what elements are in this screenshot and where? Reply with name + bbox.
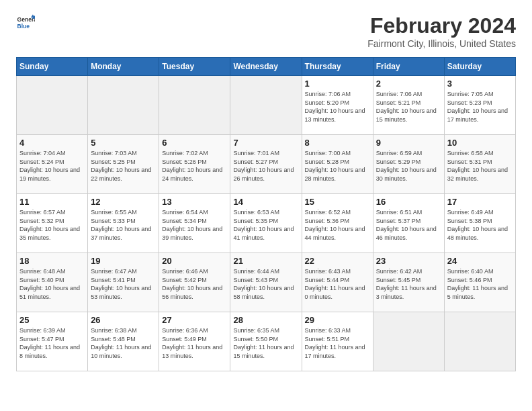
title-area: February 2024 Fairmont City, Illinois, U…: [367, 13, 516, 49]
calendar-cell: 9Sunrise: 6:59 AMSunset: 5:29 PMDaylight…: [373, 135, 444, 194]
day-info: Sunrise: 7:06 AMSunset: 5:20 PMDaylight:…: [305, 90, 370, 124]
day-number: 21: [233, 256, 298, 266]
calendar-cell: 21Sunrise: 6:44 AMSunset: 5:43 PMDayligh…: [230, 253, 302, 312]
day-number: 3: [447, 79, 513, 89]
calendar-cell: 14Sunrise: 6:53 AMSunset: 5:35 PMDayligh…: [230, 194, 302, 253]
day-number: 4: [19, 138, 85, 148]
day-info: Sunrise: 7:06 AMSunset: 5:21 PMDaylight:…: [376, 90, 441, 124]
calendar-cell: 29Sunrise: 6:33 AMSunset: 5:51 PMDayligh…: [302, 312, 373, 371]
day-info: Sunrise: 7:05 AMSunset: 5:23 PMDaylight:…: [447, 90, 513, 124]
calendar-header-row: Sunday Monday Tuesday Wednesday Thursday…: [17, 58, 516, 76]
day-info: Sunrise: 6:35 AMSunset: 5:50 PMDaylight:…: [233, 326, 298, 360]
col-friday: Friday: [373, 58, 444, 76]
calendar-cell: 16Sunrise: 6:51 AMSunset: 5:37 PMDayligh…: [373, 194, 444, 253]
day-info: Sunrise: 6:57 AMSunset: 5:32 PMDaylight:…: [19, 208, 85, 242]
day-info: Sunrise: 6:53 AMSunset: 5:35 PMDaylight:…: [233, 208, 298, 242]
day-number: 7: [233, 138, 298, 148]
day-number: 12: [91, 197, 156, 207]
day-number: 29: [305, 315, 370, 325]
day-info: Sunrise: 6:42 AMSunset: 5:45 PMDaylight:…: [376, 267, 441, 301]
calendar-cell: 2Sunrise: 7:06 AMSunset: 5:21 PMDaylight…: [373, 76, 444, 135]
calendar-cell: [159, 76, 230, 135]
day-number: 14: [233, 197, 298, 207]
calendar-cell: 5Sunrise: 7:03 AMSunset: 5:25 PMDaylight…: [88, 135, 159, 194]
calendar-cell: 6Sunrise: 7:02 AMSunset: 5:26 PMDaylight…: [159, 135, 230, 194]
day-info: Sunrise: 6:58 AMSunset: 5:31 PMDaylight:…: [447, 149, 513, 183]
day-info: Sunrise: 7:02 AMSunset: 5:26 PMDaylight:…: [162, 149, 227, 183]
calendar-cell: 13Sunrise: 6:54 AMSunset: 5:34 PMDayligh…: [159, 194, 230, 253]
day-info: Sunrise: 6:55 AMSunset: 5:33 PMDaylight:…: [91, 208, 156, 242]
day-info: Sunrise: 6:44 AMSunset: 5:43 PMDaylight:…: [233, 267, 298, 301]
calendar-cell: 1Sunrise: 7:06 AMSunset: 5:20 PMDaylight…: [302, 76, 373, 135]
calendar-week-row: 25Sunrise: 6:39 AMSunset: 5:47 PMDayligh…: [17, 312, 516, 371]
calendar-cell: 10Sunrise: 6:58 AMSunset: 5:31 PMDayligh…: [444, 135, 515, 194]
page-header: General Blue February 2024 Fairmont City…: [16, 13, 516, 49]
day-number: 6: [162, 138, 227, 148]
logo-icon: General Blue: [16, 13, 35, 32]
calendar-cell: 7Sunrise: 7:01 AMSunset: 5:27 PMDaylight…: [230, 135, 302, 194]
day-number: 1: [305, 79, 370, 89]
col-sunday: Sunday: [17, 58, 88, 76]
day-number: 8: [305, 138, 370, 148]
calendar-table: Sunday Monday Tuesday Wednesday Thursday…: [16, 57, 516, 371]
day-number: 19: [91, 256, 156, 266]
calendar-cell: 12Sunrise: 6:55 AMSunset: 5:33 PMDayligh…: [88, 194, 159, 253]
day-info: Sunrise: 6:39 AMSunset: 5:47 PMDaylight:…: [19, 326, 85, 360]
col-thursday: Thursday: [302, 58, 373, 76]
day-info: Sunrise: 6:51 AMSunset: 5:37 PMDaylight:…: [376, 208, 441, 242]
calendar-cell: 25Sunrise: 6:39 AMSunset: 5:47 PMDayligh…: [17, 312, 88, 371]
day-info: Sunrise: 6:36 AMSunset: 5:49 PMDaylight:…: [162, 326, 227, 360]
svg-text:Blue: Blue: [17, 23, 30, 30]
day-info: Sunrise: 6:38 AMSunset: 5:48 PMDaylight:…: [91, 326, 156, 360]
calendar-cell: 17Sunrise: 6:49 AMSunset: 5:38 PMDayligh…: [444, 194, 515, 253]
calendar-cell: 4Sunrise: 7:04 AMSunset: 5:24 PMDaylight…: [17, 135, 88, 194]
calendar-cell: 18Sunrise: 6:48 AMSunset: 5:40 PMDayligh…: [17, 253, 88, 312]
calendar-week-row: 11Sunrise: 6:57 AMSunset: 5:32 PMDayligh…: [17, 194, 516, 253]
day-number: 17: [447, 197, 513, 207]
day-info: Sunrise: 6:52 AMSunset: 5:36 PMDaylight:…: [305, 208, 370, 242]
calendar-cell: [17, 76, 88, 135]
logo: General Blue: [16, 13, 35, 32]
calendar-cell: 19Sunrise: 6:47 AMSunset: 5:41 PMDayligh…: [88, 253, 159, 312]
calendar-week-row: 1Sunrise: 7:06 AMSunset: 5:20 PMDaylight…: [17, 76, 516, 135]
day-number: 18: [19, 256, 85, 266]
day-number: 20: [162, 256, 227, 266]
calendar-cell: [230, 76, 302, 135]
calendar-title: February 2024: [367, 13, 516, 38]
calendar-cell: 8Sunrise: 7:00 AMSunset: 5:28 PMDaylight…: [302, 135, 373, 194]
calendar-cell: [88, 76, 159, 135]
day-info: Sunrise: 6:46 AMSunset: 5:42 PMDaylight:…: [162, 267, 227, 301]
calendar-week-row: 18Sunrise: 6:48 AMSunset: 5:40 PMDayligh…: [17, 253, 516, 312]
day-info: Sunrise: 6:54 AMSunset: 5:34 PMDaylight:…: [162, 208, 227, 242]
calendar-cell: 20Sunrise: 6:46 AMSunset: 5:42 PMDayligh…: [159, 253, 230, 312]
calendar-cell: [373, 312, 444, 371]
day-info: Sunrise: 7:00 AMSunset: 5:28 PMDaylight:…: [305, 149, 370, 183]
day-number: 15: [305, 197, 370, 207]
day-number: 25: [19, 315, 85, 325]
day-number: 13: [162, 197, 227, 207]
day-number: 28: [233, 315, 298, 325]
day-number: 5: [91, 138, 156, 148]
day-number: 23: [376, 256, 441, 266]
day-number: 27: [162, 315, 227, 325]
day-info: Sunrise: 7:03 AMSunset: 5:25 PMDaylight:…: [91, 149, 156, 183]
day-info: Sunrise: 6:49 AMSunset: 5:38 PMDaylight:…: [447, 208, 513, 242]
calendar-cell: 3Sunrise: 7:05 AMSunset: 5:23 PMDaylight…: [444, 76, 515, 135]
calendar-cell: 23Sunrise: 6:42 AMSunset: 5:45 PMDayligh…: [373, 253, 444, 312]
day-info: Sunrise: 6:43 AMSunset: 5:44 PMDaylight:…: [305, 267, 370, 301]
col-monday: Monday: [88, 58, 159, 76]
calendar-cell: 27Sunrise: 6:36 AMSunset: 5:49 PMDayligh…: [159, 312, 230, 371]
day-info: Sunrise: 6:33 AMSunset: 5:51 PMDaylight:…: [305, 326, 370, 360]
calendar-cell: [444, 312, 515, 371]
day-number: 11: [19, 197, 85, 207]
calendar-cell: 22Sunrise: 6:43 AMSunset: 5:44 PMDayligh…: [302, 253, 373, 312]
day-number: 22: [305, 256, 370, 266]
calendar-cell: 11Sunrise: 6:57 AMSunset: 5:32 PMDayligh…: [17, 194, 88, 253]
day-number: 2: [376, 79, 441, 89]
day-number: 16: [376, 197, 441, 207]
calendar-cell: 15Sunrise: 6:52 AMSunset: 5:36 PMDayligh…: [302, 194, 373, 253]
day-info: Sunrise: 7:01 AMSunset: 5:27 PMDaylight:…: [233, 149, 298, 183]
day-info: Sunrise: 6:48 AMSunset: 5:40 PMDaylight:…: [19, 267, 85, 301]
day-info: Sunrise: 6:59 AMSunset: 5:29 PMDaylight:…: [376, 149, 441, 183]
calendar-week-row: 4Sunrise: 7:04 AMSunset: 5:24 PMDaylight…: [17, 135, 516, 194]
